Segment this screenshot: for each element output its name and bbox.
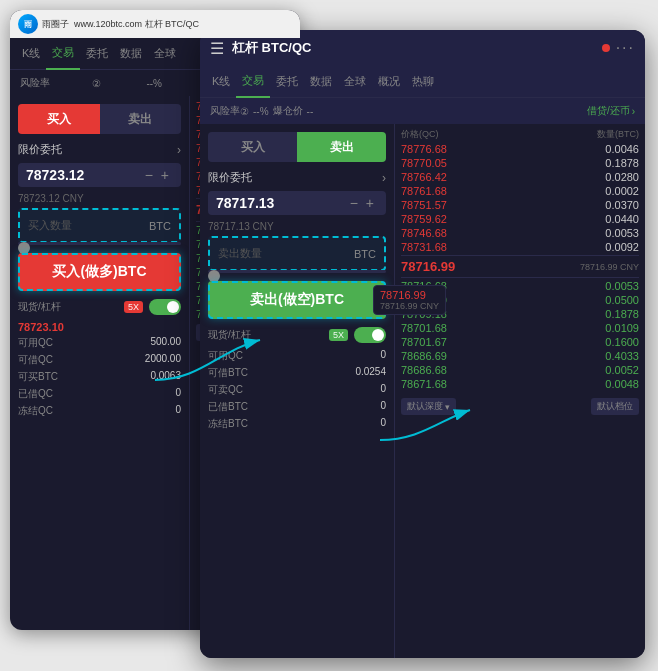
right-ask-price-0: 78776.68 [401, 143, 447, 155]
right-price-minus[interactable]: − [346, 195, 362, 211]
left-buy-action-button[interactable]: 买入(做多)BTC [18, 253, 181, 291]
left-info-label-3: 已借QC [18, 387, 53, 401]
right-scale-btn[interactable]: 默认档位 [591, 398, 639, 415]
right-ask-price-4: 78751.57 [401, 199, 447, 211]
left-current-price-row: 78723.10 [18, 321, 181, 333]
right-ask-1: 78770.05 0.1878 [401, 157, 639, 169]
right-ask-3: 78761.68 0.0002 [401, 185, 639, 197]
right-tab-row: K线 交易 委托 数据 全球 概况 热聊 [200, 66, 645, 98]
right-ask-qty-7: 0.0092 [605, 241, 639, 253]
right-ask-qty-5: 0.0440 [605, 213, 639, 225]
left-buy-button[interactable]: 买入 [18, 104, 100, 134]
left-risk-rate: --% [146, 78, 162, 89]
right-info-value-1: 0.0254 [355, 366, 386, 380]
left-buy-sell-toggle: 买入 卖出 [18, 104, 181, 134]
right-asks: 78776.68 0.0046 78770.05 0.1878 78766.42… [401, 143, 639, 253]
right-ob-header: 价格(QC) 数量(BTC) [401, 128, 639, 141]
right-explosion-label: 爆仓价 [273, 104, 303, 118]
right-current-cny: 78716.99 CNY [580, 262, 639, 272]
right-info-row-2: 可卖QC 0 [208, 383, 386, 397]
left-price-minus[interactable]: − [141, 167, 157, 183]
right-credit-label[interactable]: 借贷/还币 [587, 104, 630, 118]
left-info-label-2: 可买BTC [18, 370, 58, 384]
right-ask-0: 78776.68 0.0046 [401, 143, 639, 155]
right-hamburger-icon[interactable]: ☰ [210, 39, 224, 58]
right-leverage-badge: 5X [329, 329, 348, 341]
left-tab-data[interactable]: 数据 [114, 38, 148, 70]
right-bid-price-5: 78686.69 [401, 350, 447, 362]
right-toggle-switch[interactable] [354, 327, 386, 343]
left-order-type-row[interactable]: 限价委托 › [18, 142, 181, 157]
left-info-row-3: 已借QC 0 [18, 387, 181, 401]
left-sell-button[interactable]: 卖出 [100, 104, 182, 134]
right-tab-overview[interactable]: 概况 [372, 66, 406, 98]
right-tab-kline[interactable]: K线 [206, 66, 236, 98]
right-form-panel: 买入 卖出 限价委托 › 78717.13 − + 78717.13 CNY [200, 124, 395, 658]
right-tab-entrust[interactable]: 委托 [270, 66, 304, 98]
left-info-list: 可用QC 500.00 可借QC 2000.00 可买BTC 0.0063 已借… [18, 336, 181, 418]
right-info-label-4: 冻结BTC [208, 417, 248, 431]
left-info-label-0: 可用QC [18, 336, 53, 350]
right-depth-btn[interactable]: 默认深度 ▾ [401, 398, 456, 415]
left-form-panel: 买入 卖出 限价委托 › 78723.12 − + 78723.12 CNY [10, 96, 190, 630]
left-slider-bar [18, 242, 181, 245]
left-info-row-0: 可用QC 500.00 [18, 336, 181, 350]
right-sell-action-button[interactable]: 卖出(做空)BTC [208, 281, 386, 319]
right-action-price-hint: 78716.99 78716.99 CNY [373, 285, 446, 315]
left-info-value-4: 0 [175, 404, 181, 418]
right-order-type-label: 限价委托 [208, 170, 252, 185]
left-tab-global[interactable]: 全球 [148, 38, 182, 70]
right-info-label-2: 可卖QC [208, 383, 243, 397]
right-bid-qty-1: 0.0500 [605, 294, 639, 306]
right-sell-button[interactable]: 卖出 [297, 132, 386, 162]
left-qty-input[interactable]: 买入数量 BTC [18, 208, 181, 243]
right-bid-qty-7: 0.0048 [605, 378, 639, 390]
right-price-input[interactable]: 78717.13 − + [208, 191, 386, 215]
right-ask-7: 78731.68 0.0092 [401, 241, 639, 253]
right-slider[interactable] [208, 270, 386, 273]
left-risk-label: 风险率 [20, 76, 50, 90]
right-bottom-row: 默认深度 ▾ 默认档位 [401, 394, 639, 419]
right-tab-trade[interactable]: 交易 [236, 66, 270, 98]
right-bid-price-3: 78701.68 [401, 322, 447, 334]
right-ask-5: 78759.62 0.0440 [401, 213, 639, 225]
right-ask-qty-0: 0.0046 [605, 143, 639, 155]
right-info-row-4: 冻结BTC 0 [208, 417, 386, 431]
right-info-list: 可用QC 0 可借BTC 0.0254 可卖QC 0 已借BTC 0 [208, 349, 386, 431]
right-bid-qty-2: 0.1878 [605, 308, 639, 320]
left-info-value-0: 500.00 [150, 336, 181, 350]
left-tab-entrust[interactable]: 委托 [80, 38, 114, 70]
right-info-row-1: 可借BTC 0.0254 [208, 366, 386, 380]
right-info-label-1: 可借BTC [208, 366, 248, 380]
left-tab-kline[interactable]: K线 [16, 38, 46, 70]
left-price-plus[interactable]: + [157, 167, 173, 183]
right-bid-3: 78701.68 0.0109 [401, 322, 639, 334]
right-info-value-3: 0 [380, 400, 386, 414]
right-qty-input[interactable]: 卖出数量 BTC [208, 236, 386, 271]
left-current-price: 78723.10 [18, 321, 64, 333]
right-bid-qty-0: 0.0053 [605, 280, 639, 292]
left-price-input[interactable]: 78723.12 − + [18, 163, 181, 187]
right-tab-data[interactable]: 数据 [304, 66, 338, 98]
right-ask-4: 78751.57 0.0370 [401, 199, 639, 211]
right-bid-7: 78671.68 0.0048 [401, 378, 639, 390]
left-toggle-switch[interactable] [149, 299, 181, 315]
right-info-label-0: 可用QC [208, 349, 243, 363]
right-nav-dots[interactable]: ··· [616, 39, 635, 57]
right-ask-qty-1: 0.1878 [605, 157, 639, 169]
right-buy-button[interactable]: 买入 [208, 132, 297, 162]
right-order-type-row[interactable]: 限价委托 › [208, 170, 386, 185]
right-tab-chat[interactable]: 热聊 [406, 66, 440, 98]
left-slider[interactable] [18, 242, 181, 245]
right-risk-label: 风险率 [210, 104, 240, 118]
right-action-wrapper: 卖出(做空)BTC 78716.99 78716.99 CNY [208, 281, 386, 319]
right-price-plus[interactable]: + [362, 195, 378, 211]
right-tab-global[interactable]: 全球 [338, 66, 372, 98]
left-info-row-1: 可借QC 2000.00 [18, 353, 181, 367]
right-notification-dot [602, 44, 610, 52]
right-leverage-label: 现货/杠杆 [208, 328, 329, 342]
left-info-row-4: 冻结QC 0 [18, 404, 181, 418]
right-trading-card: ☰ 杠杆 BTC/QC ··· K线 交易 委托 数据 全球 概况 热聊 风险率… [200, 30, 645, 658]
right-bid-4: 78701.67 0.1600 [401, 336, 639, 348]
left-tab-trade[interactable]: 交易 [46, 38, 80, 70]
